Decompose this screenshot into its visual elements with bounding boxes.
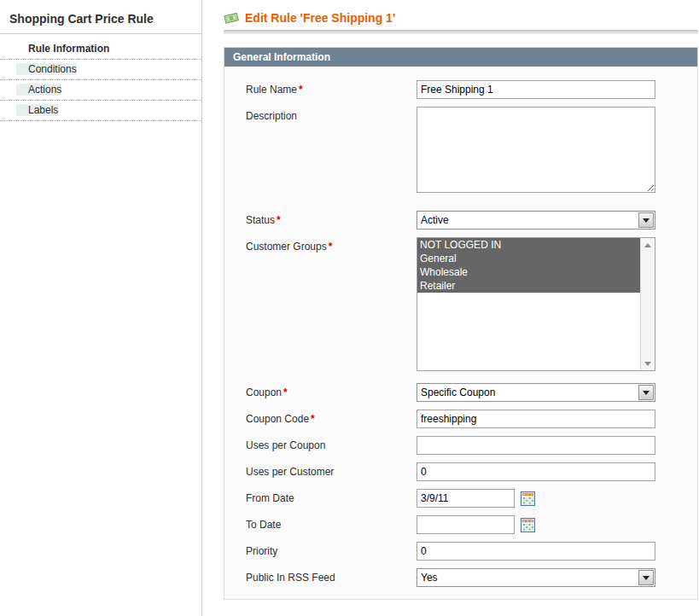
calendar-icon[interactable]: [521, 518, 535, 532]
money-icon: [224, 11, 239, 25]
rss-selected-value: Yes: [417, 569, 638, 586]
rule-name-input[interactable]: [416, 80, 655, 99]
from-date-label: From Date: [246, 489, 416, 504]
general-information-form: Rule Name* Description S: [224, 67, 697, 599]
rss-feed-row: Public In RSS Feed Yes: [246, 568, 655, 587]
description-row: Description: [246, 107, 655, 195]
required-mark: *: [283, 386, 288, 398]
from-date-input[interactable]: [416, 489, 515, 508]
customer-groups-label: Customer Groups*: [246, 237, 416, 253]
calendar-icon[interactable]: [521, 491, 535, 506]
sidebar-item-labels[interactable]: Labels: [0, 101, 201, 121]
option-wholesale[interactable]: Wholesale: [417, 265, 640, 279]
content-header: Edit Rule 'Free Shipping 1': [203, 0, 699, 25]
coupon-row: Coupon* Specific Coupon: [246, 383, 655, 402]
to-date-label: To Date: [246, 515, 416, 531]
description-textarea[interactable]: [416, 107, 655, 193]
sidebar-item-label: Labels: [16, 104, 58, 116]
coupon-label: Coupon*: [246, 383, 416, 398]
from-date-row: From Date: [246, 489, 655, 508]
sidebar-item-label: Conditions: [16, 63, 77, 75]
section-title: General Information: [233, 51, 330, 63]
sidebar: Shopping Cart Price Rule Rule Informatio…: [0, 0, 202, 616]
uses-per-coupon-row: Uses per Coupon: [246, 436, 655, 455]
sidebar-item-label: Actions: [16, 84, 61, 96]
header-separator: [224, 30, 698, 34]
sidebar-item-rule-information[interactable]: Rule Information: [0, 39, 201, 60]
rss-feed-label: Public In RSS Feed: [246, 568, 416, 584]
to-date-input[interactable]: [416, 515, 515, 534]
status-select[interactable]: Active: [416, 211, 655, 230]
option-general[interactable]: General: [417, 252, 640, 265]
section-header: General Information: [224, 48, 697, 67]
main-content: Edit Rule 'Free Shipping 1' General Info…: [203, 0, 699, 616]
chevron-down-icon: [638, 385, 654, 400]
priority-label: Priority: [246, 542, 416, 557]
shopping-cart-price-rule-page: Shopping Cart Price Rule Rule Informatio…: [0, 0, 699, 616]
status-row: Status* Active: [246, 211, 655, 230]
rule-name-row: Rule Name*: [246, 80, 655, 99]
uses-per-customer-input[interactable]: [416, 462, 655, 481]
general-information-panel: General Information Rule Name* Descripti…: [224, 47, 698, 600]
description-label: Description: [246, 107, 416, 122]
page-title: Shopping Cart Price Rule: [0, 0, 201, 34]
scroll-up-icon[interactable]: [641, 238, 655, 252]
coupon-code-row: Coupon Code*: [246, 410, 655, 428]
chevron-down-icon: [638, 212, 654, 228]
required-mark: *: [277, 214, 281, 226]
rule-tabs: Rule Information Conditions Actions Labe…: [0, 39, 201, 121]
priority-row: Priority: [246, 542, 655, 561]
sidebar-item-actions[interactable]: Actions: [0, 80, 201, 101]
customer-groups-row: Customer Groups* NOT LOGGED IN General W…: [246, 237, 655, 371]
sidebar-item-label: Rule Information: [16, 43, 109, 55]
edit-rule-title: Edit Rule 'Free Shipping 1': [245, 11, 395, 25]
uses-per-customer-label: Uses per Customer: [246, 462, 416, 478]
status-label: Status*: [246, 211, 416, 226]
chevron-down-icon: [638, 570, 654, 585]
scrollbar[interactable]: [640, 238, 655, 370]
status-selected-value: Active: [417, 212, 638, 229]
coupon-select[interactable]: Specific Coupon: [416, 383, 655, 402]
coupon-selected-value: Specific Coupon: [417, 384, 638, 401]
option-not-logged-in[interactable]: NOT LOGGED IN: [417, 238, 640, 252]
coupon-code-input[interactable]: [416, 410, 655, 428]
sidebar-item-conditions[interactable]: Conditions: [0, 60, 201, 80]
required-mark: *: [311, 413, 315, 425]
uses-per-coupon-input[interactable]: [416, 436, 655, 455]
scroll-down-icon[interactable]: [641, 357, 655, 370]
rule-name-label: Rule Name*: [246, 80, 416, 96]
rss-feed-select[interactable]: Yes: [416, 568, 655, 587]
customer-groups-select[interactable]: NOT LOGGED IN General Wholesale Retailer: [416, 237, 655, 371]
uses-per-coupon-label: Uses per Coupon: [246, 436, 416, 451]
priority-input[interactable]: [416, 542, 655, 561]
coupon-code-label: Coupon Code*: [246, 410, 416, 425]
required-mark: *: [329, 241, 333, 253]
uses-per-customer-row: Uses per Customer: [246, 462, 655, 481]
option-retailer[interactable]: Retailer: [417, 279, 640, 293]
required-mark: *: [299, 84, 303, 96]
to-date-row: To Date: [246, 515, 655, 534]
